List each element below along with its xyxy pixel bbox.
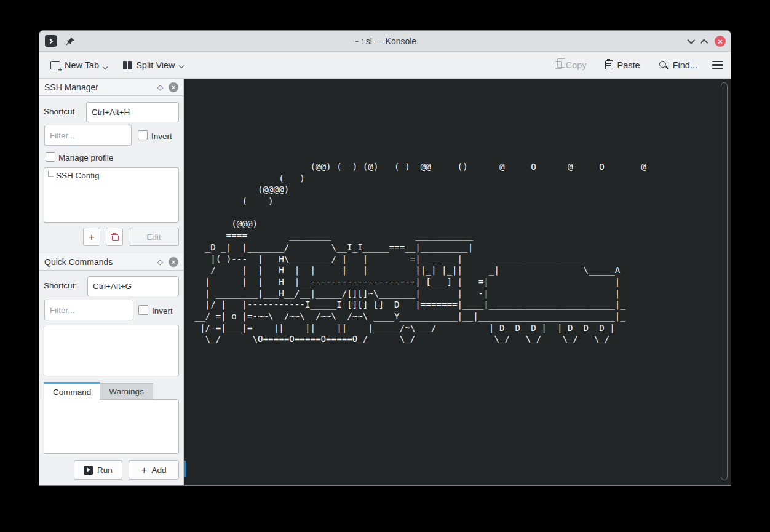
ssh-config-tree[interactable]: SSH Config: [44, 167, 179, 223]
ssh-invert-checkbox[interactable]: [138, 130, 148, 140]
run-label: Run: [97, 466, 113, 475]
main-toolbar: New Tab Split View Copy Paste Find...: [39, 52, 731, 79]
ssh-shortcut-value: Ctrl+Alt+H: [92, 108, 130, 117]
maximize-button[interactable]: [702, 36, 707, 47]
minimize-button[interactable]: [689, 36, 694, 47]
find-label: Find...: [673, 60, 697, 70]
quick-commands-header[interactable]: Quick Commands ◇ ×: [39, 253, 183, 271]
edit-label: Edit: [146, 232, 161, 242]
terminal-ascii-train: (@@) ( ) (@) ( ) @@ () @ O @ O @ ( ) (@@…: [189, 81, 646, 345]
tab-command[interactable]: Command: [44, 382, 100, 400]
tab-warnings[interactable]: Warnings: [100, 383, 153, 400]
ssh-invert-label: Invert: [151, 132, 172, 141]
quick-commands-title: Quick Commands: [44, 257, 113, 267]
qc-command-list[interactable]: [44, 325, 179, 376]
ssh-filter-input[interactable]: Filter...: [44, 125, 132, 146]
tab-warnings-label: Warnings: [109, 387, 144, 396]
konsole-window: ~ : sl — Konsole × New Tab Split View Co…: [39, 31, 731, 485]
ssh-filter-placeholder: Filter...: [50, 131, 75, 140]
titlebar[interactable]: ~ : sl — Konsole ×: [39, 31, 731, 52]
hamburger-menu-button[interactable]: [712, 61, 723, 69]
ssh-shortcut-input[interactable]: Ctrl+Alt+H: [86, 102, 179, 122]
window-title: ~ : sl — Konsole: [39, 36, 731, 46]
run-icon: [84, 466, 93, 475]
qc-command-editor[interactable]: [44, 399, 179, 454]
new-tab-icon: [50, 61, 60, 69]
split-view-label: Split View: [136, 60, 175, 70]
ssh-edit-button[interactable]: Edit: [129, 228, 179, 246]
terminal-scrollbar[interactable]: [721, 82, 728, 480]
copy-button[interactable]: Copy: [551, 57, 590, 74]
terminal-display[interactable]: (@@) ( ) (@) ( ) @@ () @ O @ O @ ( ) (@@…: [184, 79, 731, 485]
ssh-add-button[interactable]: +: [83, 228, 100, 246]
qc-run-button[interactable]: Run: [74, 460, 122, 480]
tree-branch-icon: [48, 171, 54, 177]
qc-tabbar: Command Warnings: [44, 382, 153, 400]
ssh-manager-header[interactable]: SSH Manager ◇ ×: [39, 79, 183, 96]
plugin-sidebar: SSH Manager ◇ × Shortcut Ctrl+Alt+H Filt…: [39, 79, 184, 485]
split-view-button[interactable]: Split View: [119, 57, 186, 74]
chevron-down-icon: [178, 63, 183, 68]
new-tab-button[interactable]: New Tab: [47, 57, 111, 74]
ssh-delete-button[interactable]: [106, 228, 123, 246]
float-panel-icon[interactable]: ◇: [157, 258, 163, 266]
plus-icon: +: [89, 232, 95, 242]
manage-profile-checkbox[interactable]: [46, 152, 55, 162]
qc-shortcut-input[interactable]: Ctrl+Alt+G: [87, 276, 179, 296]
ssh-manager-title: SSH Manager: [44, 82, 98, 92]
chevron-down-icon: [103, 64, 108, 69]
plus-icon: +: [141, 465, 148, 475]
new-tab-label: New Tab: [65, 60, 99, 70]
focus-accent-strip: [184, 461, 186, 477]
trash-icon: [111, 233, 118, 241]
close-button[interactable]: ×: [715, 36, 726, 47]
split-view-icon: [123, 61, 132, 69]
search-icon: [659, 60, 669, 70]
tab-command-label: Command: [53, 387, 91, 397]
paste-button[interactable]: Paste: [601, 57, 644, 74]
panel-close-icon[interactable]: ×: [169, 82, 178, 92]
qc-shortcut-value: Ctrl+Alt+G: [93, 282, 132, 291]
qc-filter-placeholder: Filter...: [50, 306, 75, 315]
ssh-shortcut-label: Shortcut: [44, 107, 74, 116]
find-button[interactable]: Find...: [655, 57, 701, 74]
manage-profile-label: Manage profile: [58, 153, 113, 162]
paste-label: Paste: [617, 60, 640, 70]
panel-close-icon[interactable]: ×: [169, 257, 178, 267]
qc-invert-label: Invert: [152, 306, 173, 316]
float-panel-icon[interactable]: ◇: [157, 83, 163, 92]
qc-shortcut-label: Shortcut:: [44, 281, 77, 290]
copy-label: Copy: [566, 60, 587, 70]
add-label: Add: [151, 466, 166, 475]
qc-filter-input[interactable]: Filter...: [44, 300, 133, 320]
tree-item-label: SSH Config: [56, 171, 100, 180]
qc-invert-checkbox[interactable]: [138, 305, 148, 315]
copy-icon: [555, 61, 562, 69]
qc-add-button[interactable]: + Add: [129, 460, 179, 480]
tree-item-ssh-config[interactable]: SSH Config: [44, 168, 178, 180]
paste-icon: [605, 60, 613, 69]
